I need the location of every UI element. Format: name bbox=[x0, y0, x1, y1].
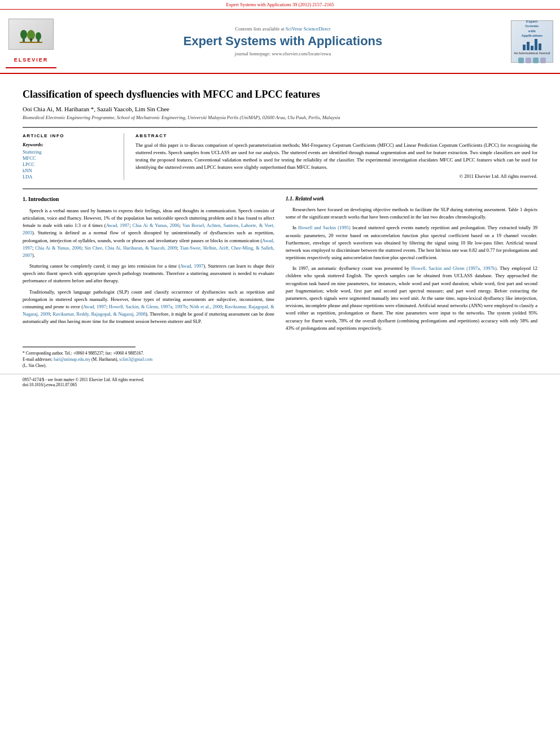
ref-howell1997a[interactable]: Howell, Sackin and Glenn (1997a, 1997b) bbox=[412, 265, 497, 271]
journal-header: ELSEVIER Contents lists available at Sci… bbox=[0, 10, 560, 74]
email-sclim[interactable]: sclim3@gmail.com bbox=[119, 357, 152, 362]
chart-bar-4 bbox=[535, 39, 537, 50]
body-content: 1. Introduction Speech is a verbal means… bbox=[23, 195, 537, 335]
authors-text: Ooi Chia Ai, M. Hariharan *, Sazali Yaac… bbox=[23, 106, 169, 112]
abstract-text: The goal of this paper is to discuss com… bbox=[135, 142, 537, 171]
body-right-column: 1.1. Related work Researchers have focus… bbox=[286, 195, 537, 335]
affiliation: Biomedical Electronic Engineering Progra… bbox=[23, 115, 537, 120]
authors: Ooi Chia Ai, M. Hariharan *, Sazali Yaac… bbox=[23, 106, 537, 112]
right-logo-box: ExpertSystemswithApplications An Interna… bbox=[511, 20, 553, 63]
elsevier-logo-container: ELSEVIER bbox=[6, 14, 56, 68]
related-para-3: In 1997, an automatic dysfluency count w… bbox=[286, 265, 537, 332]
right-logo-container: ExpertSystemswithApplications An Interna… bbox=[509, 20, 554, 63]
journal-title: Expert Systems with Applications bbox=[62, 34, 504, 49]
footer-line-2: doi:10.1016/j.eswa.2011.07.065 bbox=[23, 382, 537, 387]
logo-icons-row bbox=[518, 58, 546, 63]
section-divider bbox=[23, 189, 537, 189]
ref-chiaai2006b[interactable]: Chia Ai & Yunus, 2006 bbox=[35, 245, 81, 251]
chart-bar-2 bbox=[527, 42, 530, 50]
email-note: (L. Sin Chee). bbox=[23, 363, 47, 368]
footnote-email: E-mail addresses: hari@unimap.edu.my (M.… bbox=[23, 356, 537, 362]
logo-icon-3 bbox=[533, 58, 539, 63]
journal-homepage: journal homepage: www.elsevier.com/locat… bbox=[62, 51, 504, 56]
keywords-label: Keywords: bbox=[23, 142, 118, 147]
ref-awad1997c[interactable]: Awad, 1997 bbox=[180, 263, 204, 269]
email-hariharan[interactable]: hari@unimap.edu.my bbox=[54, 357, 90, 362]
elsevier-label: ELSEVIER bbox=[14, 57, 49, 63]
footnote-divider bbox=[23, 347, 135, 347]
body-left-column: 1. Introduction Speech is a verbal means… bbox=[23, 195, 274, 335]
keyword-5: LDA bbox=[23, 174, 118, 180]
section-1-1-title: 1.1. Related work bbox=[286, 195, 537, 203]
ref-howell1995[interactable]: Howell and Sackin (1995) bbox=[298, 225, 351, 230]
abstract-panel: ABSTRACT The goal of this paper is to di… bbox=[135, 133, 537, 180]
logo-icon-2 bbox=[526, 58, 531, 63]
svg-point-5 bbox=[36, 32, 41, 40]
ref-ravikumar2008[interactable]: Ravikumar, Reddy, Rajagopal, & Nagaraj, … bbox=[53, 311, 146, 317]
keyword-2: MFCC bbox=[23, 155, 118, 161]
ref-howell1997[interactable]: Howell, Sackin, & Glenn, 1997a, 1997b bbox=[109, 304, 187, 309]
journal-center: Contents lists available at SciVerse Sci… bbox=[62, 26, 504, 56]
ref-awad1997[interactable]: Awad, 1997 bbox=[106, 222, 130, 228]
article-meta-section: ARTICLE INFO Keywords: Stuttering MFCC L… bbox=[23, 127, 537, 180]
footer-bar: 0957-4174/$ - see front matter © 2011 El… bbox=[0, 374, 560, 390]
section-1-label: Introduction bbox=[28, 196, 59, 202]
footnote-sinchee: (L. Sin Chee). bbox=[23, 362, 537, 369]
intro-para-3: Traditionally, speech language pathologi… bbox=[23, 289, 274, 326]
chart-icon bbox=[523, 39, 541, 50]
sciverse-link[interactable]: SciVerse ScienceDirect bbox=[286, 26, 331, 32]
footnote-corresponding: * Corresponding author. Tel.: +0060 4 98… bbox=[23, 350, 537, 356]
related-para-1: Researchers have focused on developing o… bbox=[286, 206, 537, 221]
ref-sinchee2009[interactable]: Sin Chee, Chia Ai, Hariharan, & Yaacob, … bbox=[85, 245, 177, 251]
abstract-heading: ABSTRACT bbox=[135, 133, 537, 138]
article-title: Classification of speech dysfluencies wi… bbox=[23, 88, 537, 101]
chart-bar-3 bbox=[531, 46, 533, 50]
section-1-1-label: Related work bbox=[295, 196, 324, 202]
article-info-panel: ARTICLE INFO Keywords: Stuttering MFCC L… bbox=[23, 133, 124, 180]
ref-chiaai2006[interactable]: Chia Ai & Yunus, 2006 bbox=[133, 222, 180, 228]
article-content: Classification of speech dysfluencies wi… bbox=[0, 74, 560, 341]
keyword-4: kNN bbox=[23, 168, 118, 173]
chart-bar-5 bbox=[539, 43, 541, 50]
citation-text: Expert Systems with Applications 39 (201… bbox=[226, 2, 334, 7]
email-label: E-mail addresses: bbox=[23, 357, 53, 362]
corresponding-author-text: * Corresponding author. Tel.: +0060 4 98… bbox=[23, 351, 144, 356]
footer-line-1: 0957-4174/$ - see front matter © 2011 El… bbox=[23, 377, 537, 382]
intro-para-2: Stuttering cannot be completely cured; i… bbox=[23, 263, 274, 285]
article-info-heading: ARTICLE INFO bbox=[23, 133, 118, 138]
logo-subtitle: An International Journal bbox=[514, 51, 550, 55]
intro-para-1: Speech is a verbal means used by humans … bbox=[23, 207, 274, 259]
keyword-1: Stuttering bbox=[23, 149, 118, 155]
footnotes-section: * Corresponding author. Tel.: +0060 4 98… bbox=[0, 347, 560, 369]
elsevier-tree-icon bbox=[20, 24, 42, 44]
right-logo-text: ExpertSystemswithApplications bbox=[521, 19, 542, 38]
svg-point-7 bbox=[30, 38, 32, 41]
logo-icon-1 bbox=[518, 58, 524, 63]
contents-text: Contents lists available at bbox=[235, 26, 285, 32]
logo-icon-4 bbox=[540, 58, 546, 63]
ref-awad1997d[interactable]: Awad, 1997 bbox=[83, 304, 106, 309]
related-para-2: In Howell and Sackin (1995) located stut… bbox=[286, 224, 537, 261]
chart-bar-1 bbox=[523, 45, 526, 50]
elsevier-logo-box bbox=[8, 19, 54, 50]
section-1-title: 1. Introduction bbox=[23, 195, 274, 204]
svg-rect-6 bbox=[20, 42, 42, 43]
section-1-number: 1. bbox=[23, 196, 27, 202]
ref-noth2000[interactable]: Nöth et al., 2000 bbox=[190, 304, 222, 309]
sciverse-link-text: Contents lists available at SciVerse Sci… bbox=[62, 26, 504, 32]
keyword-3: LPCC bbox=[23, 161, 118, 167]
journal-citation: Expert Systems with Applications 39 (201… bbox=[0, 0, 560, 10]
copyright: © 2011 Elsevier Ltd. All rights reserved… bbox=[135, 173, 537, 179]
section-1-1-number: 1.1. bbox=[286, 196, 294, 202]
svg-point-1 bbox=[20, 30, 27, 39]
